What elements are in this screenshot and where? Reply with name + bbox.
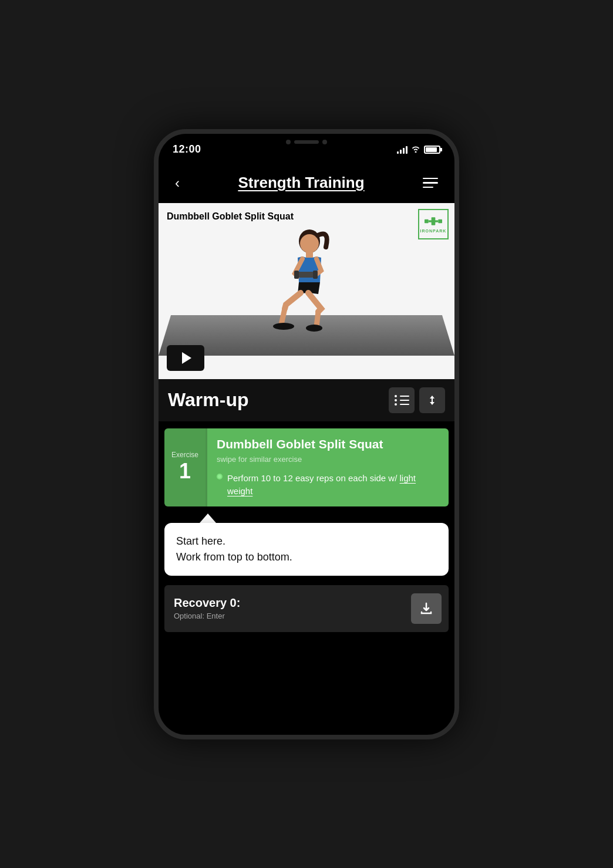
tooltip-container: Start here. Work from top to bottom. [164,514,449,576]
video-exercise-title: Dumbbell Goblet Split Squat [167,211,294,222]
collapse-icon [426,394,438,406]
collapse-button[interactable] [419,387,445,413]
tooltip-text: Start here. Work from top to bottom. [176,533,437,565]
signal-bars-icon [397,146,407,154]
svg-rect-12 [432,398,433,402]
notch-dot-right [322,140,327,144]
warmup-actions [389,387,445,413]
app-header: ‹ Strength Training [159,166,454,203]
svg-rect-6 [306,252,313,258]
exercise-card: Exercise 1 Dumbbell Goblet Split Squat s… [164,428,449,506]
status-time: 12:00 [173,143,201,156]
svg-rect-0 [425,219,429,224]
video-container: Dumbbell Goblet Split Squat IRONPARK [159,203,454,379]
warmup-title: Warm-up [168,389,248,411]
swipe-hint: swipe for similar exercise [217,455,440,464]
exercise-number: 1 [179,459,191,484]
recovery-card: Recovery 0: Optional: Enter [164,585,449,632]
recovery-subtitle: Optional: Enter [174,612,402,620]
instruction-text: Perform 10 to 12 easy reps on each side … [227,472,440,498]
tooltip-arrow [200,514,216,523]
exercise-name: Dumbbell Goblet Split Squat [217,437,440,451]
status-icons [397,145,440,154]
list-view-button[interactable] [389,387,415,413]
tooltip-box: Start here. Work from top to bottom. [164,523,449,576]
notch-dot-left [286,140,291,144]
wifi-icon [411,145,420,154]
svg-point-11 [273,323,294,330]
battery-icon [424,146,440,154]
svg-rect-7 [297,272,314,278]
svg-rect-1 [438,219,442,224]
person-svg [239,224,374,347]
exercise-figure [159,227,454,347]
recovery-content: Recovery 0: Optional: Enter [164,588,411,629]
page-title: Strength Training [238,174,364,192]
status-bar: 12:00 [159,134,454,166]
download-icon [420,602,433,615]
svg-rect-9 [313,271,318,279]
tooltip-line1: Start here. [176,535,225,547]
notch-speaker [294,140,319,144]
notch [265,134,348,150]
exercise-number-column: Exercise 1 [164,428,206,506]
play-button[interactable] [167,345,204,371]
back-button[interactable]: ‹ [170,173,184,194]
exercise-label: Exercise [171,451,198,459]
svg-rect-8 [294,271,299,279]
play-icon [182,352,191,364]
svg-point-10 [306,325,322,332]
phone-frame: 12:00 ‹ St [154,129,459,739]
svg-rect-3 [432,217,436,225]
app-content: ‹ Strength Training Dumbbell Goblet Spli… [159,166,454,735]
exercise-content: Dumbbell Goblet Split Squat swipe for si… [206,428,449,506]
instruction-main: Perform 10 to 12 easy reps on each side … [227,473,400,483]
list-icon [395,395,409,406]
recovery-title: Recovery 0: [174,596,402,610]
warmup-header: Warm-up [159,379,454,421]
exercise-instructions: Perform 10 to 12 easy reps on each side … [217,472,440,498]
menu-button[interactable] [418,175,443,191]
instruction-dot [217,474,223,479]
tooltip-line2: Work from top to bottom. [176,551,292,563]
download-button[interactable] [411,593,442,624]
